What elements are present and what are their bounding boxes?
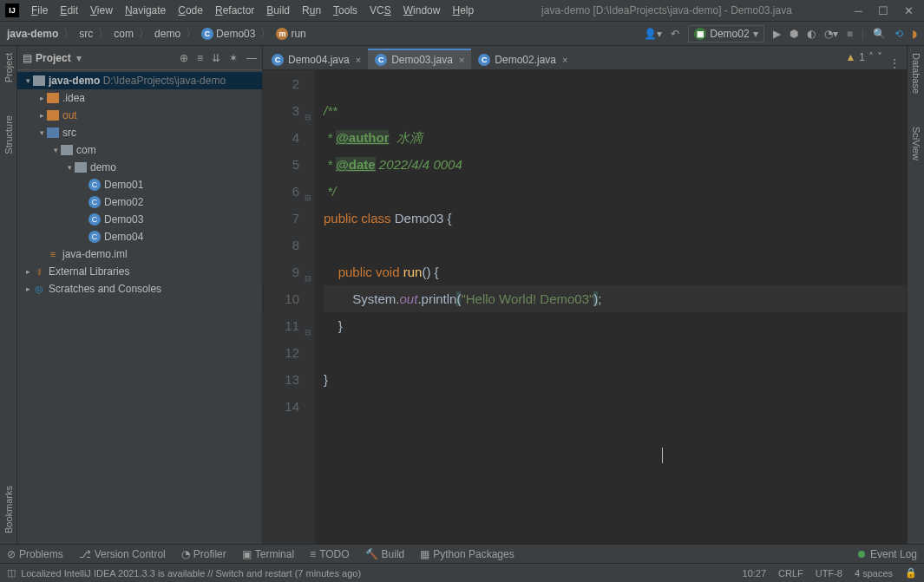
tab-database[interactable]: Database (911, 49, 921, 97)
ide-icon[interactable]: ◗ (912, 28, 917, 40)
code-editor[interactable]: 2 3⊟ 4 5 6⊟ 7 8 9⊟ 10 11⊟ 12 13 14 /** *… (263, 70, 907, 544)
menu-help[interactable]: Help (447, 3, 479, 18)
bc-com[interactable]: com (114, 28, 134, 40)
bc-demo[interactable]: demo (154, 28, 180, 40)
bc-class[interactable]: CDemo03 (201, 28, 255, 40)
tree-external[interactable]: ▸⫴External Libraries (17, 263, 262, 280)
menu-navigate[interactable]: Navigate (120, 3, 171, 18)
menu-build[interactable]: Build (261, 3, 295, 18)
bc-src[interactable]: src (79, 28, 93, 40)
tool-python[interactable]: ▦ Python Packages (420, 548, 514, 560)
tree-com[interactable]: ▾com (17, 141, 262, 159)
debug-button[interactable]: ⬢ (790, 28, 798, 40)
tab-project[interactable]: Project (3, 49, 14, 86)
inspection-widget[interactable]: ▲ 1 ˄ ˅ (845, 51, 882, 63)
tree-file-demo03[interactable]: CDemo03 (17, 211, 262, 228)
next-problem-icon[interactable]: ˅ (877, 51, 882, 63)
hide-icon[interactable]: — (246, 52, 257, 64)
project-panel-title: Project (36, 52, 71, 64)
run-button[interactable]: ▶ (773, 28, 781, 40)
tree-file-demo02[interactable]: CDemo02 (17, 193, 262, 211)
caret-position[interactable]: 10:27 (743, 568, 767, 579)
menu-window[interactable]: Window (398, 3, 446, 18)
minimize-button[interactable]: ─ (855, 4, 862, 17)
tree-src[interactable]: ▾src (17, 124, 262, 141)
tab-sciview[interactable]: SciView (911, 123, 921, 164)
prev-problem-icon[interactable]: ˄ (868, 51, 874, 63)
settings-icon[interactable]: ✶ (229, 52, 238, 64)
window-controls: ─ ☐ ✕ (855, 4, 914, 17)
bc-project[interactable]: java-demo (7, 28, 58, 40)
toggle-toolwindows-icon[interactable]: ◫ (7, 567, 16, 579)
main-menu: File Edit View Navigate Code Refactor Bu… (26, 3, 479, 18)
right-tool-strip: Database SciView (907, 46, 924, 544)
coverage-button[interactable]: ◐ (807, 28, 816, 40)
window-title: java-demo [D:\IdeaProjects\java-demo] - … (479, 4, 855, 16)
menu-vcs[interactable]: VCS (364, 3, 396, 18)
code-body[interactable]: /** * @author 水滴 * @date 2022/4/4 0004 *… (315, 70, 907, 544)
close-icon[interactable]: × (459, 55, 464, 65)
run-config-combo[interactable]: ▦ Demo02 ▾ (688, 25, 763, 43)
menu-run[interactable]: Run (297, 3, 326, 18)
select-opened-icon[interactable]: ⊕ (180, 52, 188, 64)
breadcrumb: java-demo 〉 src 〉 com 〉 demo 〉 CDemo03 〉… (7, 26, 306, 41)
expand-all-icon[interactable]: ≡ (197, 52, 203, 64)
maximize-button[interactable]: ☐ (878, 4, 888, 17)
warning-count: 1 (859, 51, 865, 63)
tool-eventlog[interactable]: Event Log (870, 548, 917, 560)
tool-todo[interactable]: ≡ TODO (310, 548, 349, 560)
navigation-bar: java-demo 〉 src 〉 com 〉 demo 〉 CDemo03 〉… (0, 22, 924, 46)
close-button[interactable]: ✕ (904, 4, 914, 17)
tab-bookmarks[interactable]: Bookmarks (3, 482, 14, 537)
menu-tools[interactable]: Tools (328, 3, 363, 18)
editor-tabs: CDemo04.java× CDemo03.java× CDemo02.java… (263, 46, 907, 70)
file-encoding[interactable]: UTF-8 (816, 568, 842, 579)
menu-code[interactable]: Code (173, 3, 208, 18)
tab-menu-icon[interactable]: ⋮ (882, 57, 907, 69)
tree-root[interactable]: ▾ java-demo D:\IdeaProjects\java-demo (17, 72, 262, 89)
menu-edit[interactable]: Edit (55, 3, 83, 18)
project-view-dropdown[interactable]: ▾ (76, 52, 82, 64)
line-separator[interactable]: CRLF (778, 568, 803, 579)
tool-vcs[interactable]: ⎇ Version Control (79, 548, 166, 560)
bottom-toolbar: ⊘ Problems ⎇ Version Control ◔ Profiler … (0, 544, 924, 563)
collapse-all-icon[interactable]: ⇊ (212, 52, 220, 64)
close-icon[interactable]: × (562, 55, 567, 65)
tool-terminal[interactable]: ▣ Terminal (242, 548, 294, 560)
add-user-icon[interactable]: 👤▾ (644, 28, 662, 40)
menu-refactor[interactable]: Refactor (210, 3, 259, 18)
tab-demo03[interactable]: CDemo03.java× (368, 49, 471, 69)
tree-idea[interactable]: ▸.idea (17, 89, 262, 107)
tree-file-demo04[interactable]: CDemo04 (17, 228, 262, 245)
search-icon[interactable]: 🔍 (873, 28, 886, 40)
back-icon[interactable]: ↶ (671, 28, 679, 40)
tab-demo02[interactable]: CDemo02.java× (471, 49, 574, 69)
stop-button[interactable]: ■ (847, 28, 853, 40)
close-icon[interactable]: × (356, 55, 361, 65)
tab-demo04[interactable]: CDemo04.java× (265, 49, 368, 69)
app-logo: IJ (5, 3, 19, 17)
title-bar: IJ File Edit View Navigate Code Refactor… (0, 0, 924, 22)
project-panel-header: ▤ Project ▾ ⊕ ≡ ⇊ ✶ — (17, 46, 262, 70)
menu-file[interactable]: File (26, 3, 53, 18)
event-indicator (858, 551, 865, 558)
profile-button[interactable]: ◔▾ (824, 28, 838, 40)
tool-build[interactable]: 🔨 Build (365, 548, 405, 560)
project-view-icon: ▤ (23, 52, 32, 64)
status-message: Localized IntelliJ IDEA 2021.3.3 is avai… (21, 568, 361, 579)
tree-iml[interactable]: ≡java-demo.iml (17, 245, 262, 263)
tree-out[interactable]: ▸out (17, 107, 262, 124)
readonly-icon[interactable]: 🔒 (905, 567, 917, 579)
tool-problems[interactable]: ⊘ Problems (7, 548, 63, 560)
menu-view[interactable]: View (85, 3, 118, 18)
status-bar: ◫ Localized IntelliJ IDEA 2021.3.3 is av… (0, 563, 924, 582)
tree-demo[interactable]: ▾demo (17, 159, 262, 176)
tree-file-demo01[interactable]: CDemo01 (17, 176, 262, 193)
indent-setting[interactable]: 4 spaces (855, 568, 893, 579)
gutter: 2 3⊟ 4 5 6⊟ 7 8 9⊟ 10 11⊟ 12 13 14 (263, 70, 315, 544)
tool-profiler[interactable]: ◔ Profiler (181, 548, 226, 560)
tab-structure[interactable]: Structure (3, 112, 14, 158)
bc-method[interactable]: mrun (276, 28, 305, 40)
tree-scratches[interactable]: ▸◎Scratches and Consoles (17, 280, 262, 298)
sync-icon[interactable]: ⟲ (895, 28, 903, 40)
